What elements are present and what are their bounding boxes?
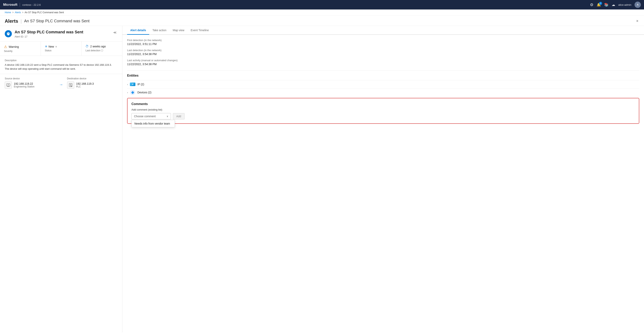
status-chevron-icon[interactable]: ∨ xyxy=(55,45,57,48)
alert-shield-icon xyxy=(5,30,12,37)
svg-rect-7 xyxy=(69,84,72,87)
page-title-area: Alerts | An S7 Stop PLC Command was Sent xyxy=(5,18,90,24)
clock-icon: ⏱ xyxy=(86,44,88,48)
alert-header-left: An S7 Stop PLC Command was Sent Alert ID… xyxy=(5,30,83,38)
page-title-main: Alerts xyxy=(5,18,18,24)
comments-section: Comments Add comment (existing list) Cho… xyxy=(127,98,639,124)
settings-icon[interactable]: ⚙ xyxy=(590,2,594,7)
last-detection-value: ⏱ 2 weeks ago xyxy=(86,44,118,48)
alert-title-group: An S7 Stop PLC Command was Sent Alert ID… xyxy=(14,30,83,38)
comment-dropdown[interactable]: Choose comment ∨ xyxy=(132,113,171,120)
comment-dropdown-placeholder: Choose comment xyxy=(134,115,156,118)
dropdown-option-needs-info[interactable]: Needs info from vendor team xyxy=(132,120,175,127)
library-icon[interactable]: 📚 xyxy=(604,2,608,7)
last-detection-network-value: 11/22/2022, 3:54:38 PM xyxy=(127,52,639,56)
brand-name: Microsoft xyxy=(3,3,17,6)
last-detection-network-label: Last detection (in the network) xyxy=(127,49,639,52)
navbar: Microsoft contoso - 22.2.6 ⚙ 🔔 0 📚 ☁ ali… xyxy=(0,0,644,10)
comment-dropdown-popup: Needs info from vendor team xyxy=(132,120,175,127)
tab-event-timeline[interactable]: Event Timeline xyxy=(188,26,212,35)
status-text: New xyxy=(48,45,54,48)
status-label: Status xyxy=(45,49,78,52)
source-name: Engineering Station xyxy=(14,85,34,88)
username-label: alice-admin xyxy=(618,3,631,6)
devices-entity-label: Devices (2) xyxy=(137,91,152,94)
page-header: Alerts | An S7 Stop PLC Command was Sent… xyxy=(0,16,644,26)
section-divider xyxy=(127,70,639,71)
severity-value: ⚠ Warning xyxy=(4,44,37,49)
severity-cell: ⚠ Warning Severity xyxy=(0,42,41,56)
spinner-icon: ✳ xyxy=(45,44,47,48)
comment-input-row: Choose comment ∨ Add Needs info from ven… xyxy=(132,113,635,120)
entity-devices-row[interactable]: › 🔷 Devices (2) xyxy=(127,88,639,96)
source-device-details: 192.168.119.22 Engineering Station xyxy=(14,82,34,88)
status-value: ✳ New ∨ xyxy=(45,44,78,48)
dropdown-chevron-icon: ∨ xyxy=(166,115,168,118)
source-device-icon xyxy=(5,82,12,89)
destination-name: PLC xyxy=(76,85,94,88)
source-device-info: 192.168.119.22 Engineering Station xyxy=(5,82,55,89)
destination-device-group: Destination device 19 xyxy=(67,77,118,89)
title-divider: | xyxy=(20,18,22,24)
comments-title: Comments xyxy=(132,102,635,106)
svg-point-11 xyxy=(71,86,71,86)
entities-section: Entities › IP IP (2) › 🔷 Devices (2) xyxy=(127,74,639,96)
right-panel: Alert details Take action Map view Event… xyxy=(122,26,644,332)
main-content: An S7 Stop PLC Command was Sent Alert ID… xyxy=(0,26,644,332)
page-title-sub: An S7 Stop PLC Command was Sent xyxy=(24,19,90,23)
breadcrumb-current: An S7 Stop PLC Command was Sent xyxy=(25,11,64,14)
cloud-icon[interactable]: ☁ xyxy=(612,2,615,7)
devices-chevron-icon: › xyxy=(127,91,128,94)
detection-group: First detection (in the network) 11/22/2… xyxy=(127,39,639,66)
navbar-left: Microsoft contoso - 22.2.6 xyxy=(3,3,41,7)
arrow-connector: → xyxy=(55,82,67,87)
alert-id: Alert ID: 17 xyxy=(14,35,83,38)
last-detection-text: 2 weeks ago xyxy=(90,45,106,48)
destination-device-label: Destination device xyxy=(67,77,118,80)
last-detection-label: Last detection ⓘ xyxy=(86,49,118,52)
add-comment-button[interactable]: Add xyxy=(173,113,184,120)
description-text: A device 192.168.119.22 sent a Stop PLC … xyxy=(5,63,118,71)
alert-header: An S7 Stop PLC Command was Sent Alert ID… xyxy=(0,26,122,42)
close-button[interactable]: × xyxy=(635,18,639,24)
notifications-icon[interactable]: 🔔 0 xyxy=(597,2,601,7)
status-row: ⚠ Warning Severity ✳ New ∨ Status ⏱ 2 we… xyxy=(0,42,122,56)
navbar-right: ⚙ 🔔 0 📚 ☁ alice-admin A xyxy=(590,2,641,8)
ip-chevron-icon: › xyxy=(127,83,128,86)
notification-badge: 0 xyxy=(599,2,602,5)
warning-icon: ⚠ xyxy=(4,44,7,49)
breadcrumb-home[interactable]: Home xyxy=(5,11,11,14)
destination-device-info: 192.168.119.3 PLC xyxy=(67,82,118,89)
info-icon: ⓘ xyxy=(101,49,103,52)
breadcrumb: Home > Alerts > An S7 Stop PLC Command w… xyxy=(0,10,644,16)
breadcrumb-alerts[interactable]: Alerts xyxy=(15,11,21,14)
status-cell: ✳ New ∨ Status xyxy=(41,42,82,56)
description-section: Description A device 192.168.119.22 sent… xyxy=(0,56,122,74)
entity-ip-row[interactable]: › IP IP (2) xyxy=(127,80,639,88)
ip-entity-label: IP (2) xyxy=(137,83,144,86)
description-label: Description xyxy=(5,59,118,62)
tab-map-view[interactable]: Map view xyxy=(170,26,188,35)
first-detection-label: First detection (in the network) xyxy=(127,39,639,42)
source-device-group: Source device xyxy=(5,77,55,89)
comments-sublabel: Add comment (existing list) xyxy=(132,108,635,111)
first-detection-item: First detection (in the network) 11/22/2… xyxy=(127,39,639,46)
devices-row: Source device xyxy=(5,77,118,89)
breadcrumb-sep1: > xyxy=(12,11,14,14)
collapse-button[interactable]: ≪ xyxy=(112,30,118,35)
tab-content: First detection (in the network) 11/22/2… xyxy=(122,35,644,332)
tabs-bar: Alert details Take action Map view Event… xyxy=(122,26,644,35)
tab-alert-details[interactable]: Alert details xyxy=(127,26,149,35)
tab-take-action[interactable]: Take action xyxy=(149,26,170,35)
last-activity-value: 11/22/2022, 3:54:38 PM xyxy=(127,62,639,66)
last-activity-label: Last activity (manual or automated chang… xyxy=(127,59,639,62)
destination-ip: 192.168.119.3 xyxy=(76,82,94,85)
last-activity-item: Last activity (manual or automated chang… xyxy=(127,59,639,66)
breadcrumb-sep2: > xyxy=(22,11,24,14)
entities-title: Entities xyxy=(127,74,639,78)
devices-icon: 🔷 xyxy=(130,90,136,94)
user-avatar[interactable]: A xyxy=(634,2,641,8)
devices-section: Source device xyxy=(0,74,122,93)
left-panel: An S7 Stop PLC Command was Sent Alert ID… xyxy=(0,26,122,332)
destination-device-details: 192.168.119.3 PLC xyxy=(76,82,94,88)
